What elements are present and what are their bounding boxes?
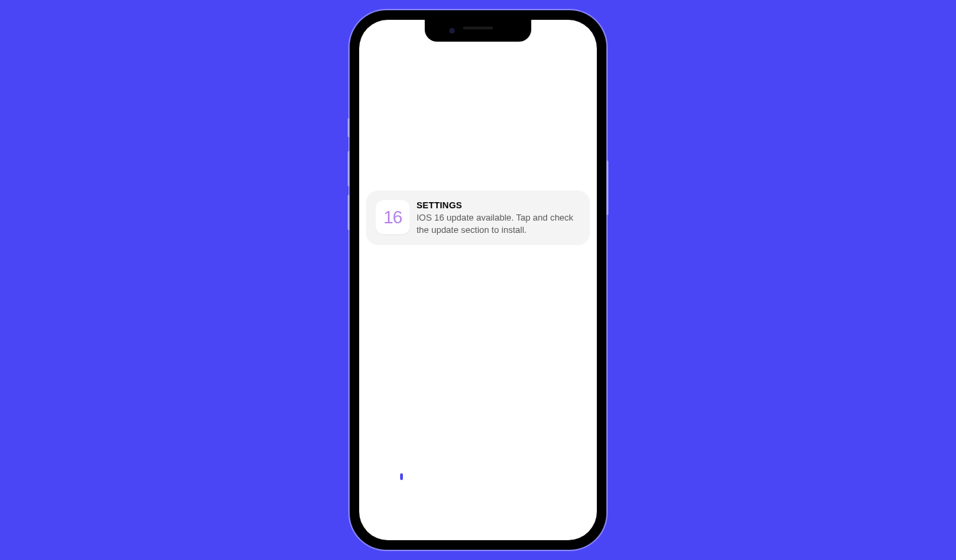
silence-switch: [348, 118, 350, 137]
speaker-grille: [463, 27, 493, 29]
phone-notch: [425, 20, 531, 42]
volume-up-button: [348, 151, 350, 186]
notification-title: SETTINGS: [417, 200, 580, 210]
volume-down-button: [348, 195, 350, 230]
notification-content: SETTINGS IOS 16 update available. Tap an…: [417, 200, 580, 236]
notification-app-icon: 16: [376, 200, 410, 234]
cursor-indicator: [400, 473, 403, 480]
notification-banner[interactable]: 16 SETTINGS IOS 16 update available. Tap…: [366, 191, 590, 245]
power-button: [606, 160, 608, 215]
ios-version-icon: 16: [384, 207, 402, 228]
front-camera: [449, 28, 455, 33]
phone-screen: 16 SETTINGS IOS 16 update available. Tap…: [359, 20, 597, 540]
notification-message: IOS 16 update available. Tap and check t…: [417, 212, 580, 236]
phone-device-frame: 16 SETTINGS IOS 16 update available. Tap…: [350, 10, 606, 550]
